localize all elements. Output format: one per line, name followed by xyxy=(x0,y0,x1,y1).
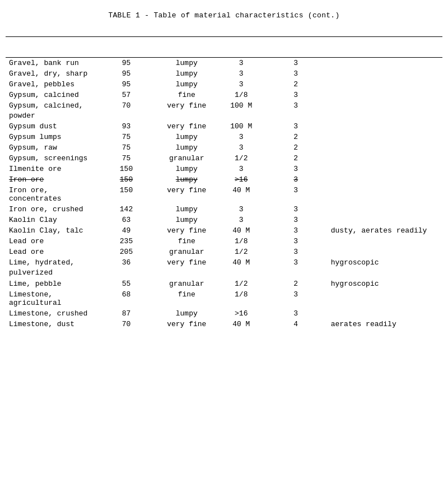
cell-material: Gypsum dust xyxy=(6,121,97,132)
cell-density: 150 xyxy=(97,174,155,185)
material-table: Gravel, bank run95lumpy33Gravel, dry, sh… xyxy=(6,36,442,329)
cell-size: 3 xyxy=(218,68,264,79)
cell-description: lumpy xyxy=(155,142,218,153)
cell-description: lumpy xyxy=(155,174,218,185)
cell-comments xyxy=(328,79,442,90)
cell-size: 1/8 xyxy=(218,90,264,100)
table-row: Lead ore205granular1/23 xyxy=(6,247,442,257)
table-row: Ilmenite ore150lumpy33 xyxy=(6,164,442,174)
cell-flowability: 4 xyxy=(264,319,328,329)
cell-material: Kaolin Clay xyxy=(6,215,97,225)
cell-density: 142 xyxy=(97,204,155,215)
cell-description: lumpy xyxy=(155,164,218,174)
cell-flowability: 3 xyxy=(264,100,328,111)
cell-material: Lead ore xyxy=(6,236,97,247)
cell-size: >16 xyxy=(218,308,264,319)
table-row: Iron ore, concentrates150very fine40 M3 xyxy=(6,185,442,204)
table-row: Gravel, dry, sharp95lumpy33 xyxy=(6,68,442,79)
cell-density: 205 xyxy=(97,247,155,257)
cell-description: fine xyxy=(155,236,218,247)
cell-material: pulverized xyxy=(6,268,97,278)
cell-material: Gravel, dry, sharp xyxy=(6,68,97,79)
table-row: Gravel, pebbles95lumpy32 xyxy=(6,79,442,90)
cell-flowability: 3 xyxy=(264,68,328,79)
col-header-size xyxy=(218,37,264,58)
cell-density: 55 xyxy=(97,279,155,289)
cell-density: 75 xyxy=(97,132,155,142)
cell-comments xyxy=(328,204,442,215)
table-row: Gravel, bank run95lumpy33 xyxy=(6,58,442,69)
cell-comments xyxy=(328,142,442,153)
table-row: Limestone, crushed87lumpy>163 xyxy=(6,308,442,319)
cell-density: 95 xyxy=(97,58,155,69)
cell-description: very fine xyxy=(155,257,218,268)
cell-description: lumpy xyxy=(155,132,218,142)
cell-comments xyxy=(328,153,442,164)
cell-flowability: 3 xyxy=(264,174,328,185)
cell-description xyxy=(155,268,218,278)
cell-size: 100 M xyxy=(218,100,264,111)
cell-size: 40 M xyxy=(218,225,264,236)
cell-material: Gypsum lumps xyxy=(6,132,97,142)
table-row: powder xyxy=(6,111,442,121)
cell-material: Kaolin Clay, talc xyxy=(6,225,97,236)
cell-density: 63 xyxy=(97,215,155,225)
table-row: Gypsum, calcined57fine1/83 xyxy=(6,90,442,100)
cell-density: 235 xyxy=(97,236,155,247)
cell-comments: aerates readily xyxy=(328,319,442,329)
cell-flowability: 3 xyxy=(264,215,328,225)
cell-comments xyxy=(328,215,442,225)
cell-description: lumpy xyxy=(155,58,218,69)
table-row: Lead ore235fine1/83 xyxy=(6,236,442,247)
cell-density: 87 xyxy=(97,308,155,319)
cell-material: Ilmenite ore xyxy=(6,164,97,174)
cell-material: Iron ore, concentrates xyxy=(6,185,97,204)
cell-flowability: 3 xyxy=(264,164,328,174)
cell-size: 3 xyxy=(218,142,264,153)
cell-comments xyxy=(328,68,442,79)
cell-description xyxy=(155,111,218,121)
cell-density: 70 xyxy=(97,319,155,329)
cell-density: 75 xyxy=(97,142,155,153)
cell-density: 150 xyxy=(97,164,155,174)
table-row: Kaolin Clay, talc49very fine40 M3dusty, … xyxy=(6,225,442,236)
table-row: Gypsum, calcined,70very fine100 M3 xyxy=(6,100,442,111)
table-row: Gypsum, screenings75granular1/22 xyxy=(6,153,442,164)
table-row: Iron ore150lumpy>163 xyxy=(6,174,442,185)
cell-comments xyxy=(328,164,442,174)
cell-size: 3 xyxy=(218,215,264,225)
cell-material: Limestone, agricultural xyxy=(6,289,97,308)
cell-description: very fine xyxy=(155,319,218,329)
cell-description: lumpy xyxy=(155,79,218,90)
table-row: Limestone, agricultural68fine1/83 xyxy=(6,289,442,308)
cell-size: 40 M xyxy=(218,185,264,204)
cell-flowability: 3 xyxy=(264,58,328,69)
cell-size: 40 M xyxy=(218,257,264,268)
header-row xyxy=(6,37,442,58)
page-title: TABLE 1 - Table of material characterist… xyxy=(6,11,442,20)
col-header-flowability xyxy=(264,37,328,58)
cell-material: Gravel, bank run xyxy=(6,58,97,69)
cell-material: Gypsum, calcined, xyxy=(6,100,97,111)
cell-flowability: 3 xyxy=(264,289,328,308)
cell-size: 1/8 xyxy=(218,236,264,247)
cell-description: very fine xyxy=(155,100,218,111)
cell-size: 1/8 xyxy=(218,289,264,308)
cell-description: lumpy xyxy=(155,68,218,79)
cell-material: Gravel, pebbles xyxy=(6,79,97,90)
cell-size: 3 xyxy=(218,204,264,215)
cell-flowability: 3 xyxy=(264,247,328,257)
table-row: Limestone, dust70very fine40 M4aerates r… xyxy=(6,319,442,329)
cell-material: Gypsum, screenings xyxy=(6,153,97,164)
cell-material: Lead ore xyxy=(6,247,97,257)
cell-flowability: 3 xyxy=(264,308,328,319)
cell-flowability: 2 xyxy=(264,132,328,142)
cell-comments xyxy=(328,308,442,319)
cell-comments xyxy=(328,174,442,185)
cell-comments: hygroscopic xyxy=(328,257,442,268)
cell-description: lumpy xyxy=(155,308,218,319)
table-row: Kaolin Clay63lumpy33 xyxy=(6,215,442,225)
cell-size: 1/2 xyxy=(218,247,264,257)
cell-flowability: 2 xyxy=(264,79,328,90)
cell-density: 68 xyxy=(97,289,155,308)
